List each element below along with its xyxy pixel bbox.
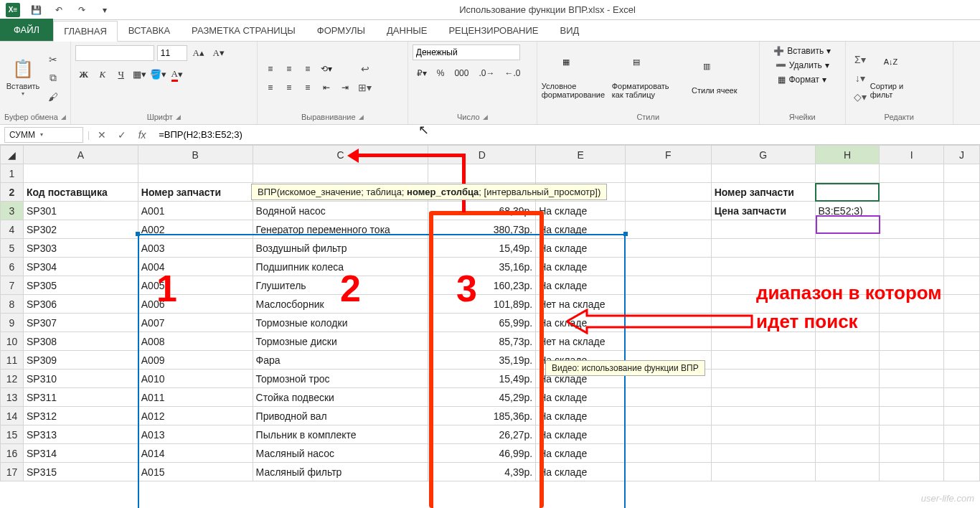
- cell[interactable]: 15,49р.: [428, 370, 536, 388]
- cell[interactable]: [944, 202, 980, 220]
- cell[interactable]: [944, 407, 980, 425]
- cell[interactable]: [626, 164, 712, 183]
- tab-insert[interactable]: ВСТАВКА: [118, 20, 181, 41]
- cell[interactable]: [815, 258, 880, 276]
- cell[interactable]: A009: [138, 351, 253, 370]
- cell[interactable]: A003: [138, 239, 253, 258]
- row-header-6[interactable]: 6: [1, 258, 24, 276]
- cell[interactable]: [536, 164, 626, 183]
- cell[interactable]: [944, 164, 980, 183]
- cell[interactable]: SP302: [23, 220, 138, 239]
- cell[interactable]: SP313: [23, 425, 138, 444]
- grow-font-icon[interactable]: A▴: [190, 44, 207, 62]
- cell[interactable]: [626, 332, 712, 351]
- merge-center-icon[interactable]: ⊞▾: [355, 79, 375, 96]
- col-header-I[interactable]: I: [880, 146, 944, 164]
- clear-icon[interactable]: ◇▾: [850, 88, 870, 105]
- cell[interactable]: [626, 407, 712, 425]
- tab-formulas[interactable]: ФОРМУЛЫ: [306, 20, 376, 41]
- cell[interactable]: [815, 370, 880, 388]
- excel-icon[interactable]: X≡: [3, 1, 23, 19]
- accounting-format-icon[interactable]: ₽▾: [413, 65, 431, 82]
- cell[interactable]: [880, 463, 944, 481]
- row-header-15[interactable]: 15: [1, 425, 24, 444]
- font-color-button[interactable]: А▾: [169, 66, 186, 83]
- row-header-7[interactable]: 7: [1, 276, 24, 295]
- cell[interactable]: [711, 351, 815, 370]
- font-size-input[interactable]: [157, 45, 187, 61]
- cell[interactable]: 35,19р.: [428, 351, 536, 370]
- cell[interactable]: [711, 220, 815, 239]
- row-header-13[interactable]: 13: [1, 388, 24, 407]
- copy-icon[interactable]: ⧉: [43, 70, 63, 87]
- cell[interactable]: A015: [138, 463, 253, 481]
- row-header-1[interactable]: 1: [1, 164, 24, 183]
- undo-icon[interactable]: ↶: [49, 1, 69, 19]
- cell[interactable]: SP306: [23, 295, 138, 314]
- cell[interactable]: [626, 463, 712, 481]
- cancel-formula-icon[interactable]: ✕: [94, 127, 110, 143]
- align-right-icon[interactable]: ≡: [299, 80, 316, 95]
- cell-H3-formula[interactable]: B3:E52;3): [815, 202, 880, 220]
- row-header-2[interactable]: 2: [1, 183, 24, 202]
- align-left-icon[interactable]: ≡: [262, 80, 279, 95]
- cell[interactable]: [815, 463, 880, 481]
- cell[interactable]: [944, 258, 980, 276]
- row-header-10[interactable]: 10: [1, 332, 24, 351]
- cell[interactable]: [626, 276, 712, 295]
- row-header-3[interactable]: 3: [1, 202, 24, 220]
- cell[interactable]: SP315: [23, 463, 138, 481]
- cell[interactable]: [711, 407, 815, 425]
- cell[interactable]: [815, 351, 880, 370]
- format-cells-button[interactable]: ▦Формат▾: [775, 73, 829, 86]
- cell[interactable]: A013: [138, 425, 253, 444]
- cell[interactable]: На складе: [536, 276, 626, 295]
- cell[interactable]: [880, 425, 944, 444]
- comma-format-icon[interactable]: 000: [450, 65, 473, 82]
- cell[interactable]: [880, 164, 944, 183]
- cell[interactable]: 45,29р.: [428, 388, 536, 407]
- cell[interactable]: A012: [138, 407, 253, 425]
- cell[interactable]: [815, 220, 880, 239]
- cut-icon[interactable]: ✂: [43, 51, 63, 68]
- tab-view[interactable]: ВИД: [549, 20, 590, 41]
- cell[interactable]: Номер запчасти: [138, 183, 253, 202]
- cell[interactable]: [944, 388, 980, 407]
- insert-cells-button[interactable]: ➕Вставить▾: [771, 44, 834, 57]
- cell[interactable]: 4,39р.: [428, 463, 536, 481]
- cell[interactable]: [626, 444, 712, 463]
- cell[interactable]: 26,27р.: [428, 425, 536, 444]
- bold-button[interactable]: Ж: [75, 66, 93, 83]
- cell[interactable]: [880, 239, 944, 258]
- indent-increase-icon[interactable]: ⇥: [336, 80, 354, 95]
- cell[interactable]: [944, 425, 980, 444]
- name-box[interactable]: СУММ ▾: [4, 127, 83, 143]
- cell[interactable]: [944, 220, 980, 239]
- align-top-icon[interactable]: ≡: [262, 61, 279, 77]
- insert-function-icon[interactable]: fx: [134, 127, 150, 143]
- cell[interactable]: [880, 220, 944, 239]
- cell[interactable]: Тормозной трос: [253, 370, 428, 388]
- row-header-9[interactable]: 9: [1, 314, 24, 332]
- cell[interactable]: [880, 407, 944, 425]
- cell[interactable]: A010: [138, 370, 253, 388]
- tab-page-layout[interactable]: РАЗМЕТКА СТРАНИЦЫ: [181, 20, 306, 41]
- cell-H2-active[interactable]: [815, 183, 880, 202]
- cell[interactable]: SP308: [23, 332, 138, 351]
- cell[interactable]: 101,89р.: [428, 295, 536, 314]
- cell[interactable]: 380,73р.: [428, 220, 536, 239]
- cell[interactable]: [138, 164, 253, 183]
- cell[interactable]: На складе: [536, 407, 626, 425]
- clipboard-launcher-icon[interactable]: ◢: [61, 113, 66, 121]
- tab-file[interactable]: ФАЙЛ: [0, 19, 53, 41]
- cell[interactable]: На складе: [536, 220, 626, 239]
- cell[interactable]: [253, 164, 428, 183]
- cell[interactable]: На складе: [536, 239, 626, 258]
- cell[interactable]: [711, 164, 815, 183]
- select-all-corner[interactable]: ◢: [1, 146, 24, 164]
- cell[interactable]: [626, 220, 712, 239]
- cell[interactable]: [626, 183, 712, 202]
- cell[interactable]: SP311: [23, 388, 138, 407]
- paste-button[interactable]: 📋 Вставить ▾: [4, 53, 42, 103]
- cell[interactable]: 65,99р.: [428, 314, 536, 332]
